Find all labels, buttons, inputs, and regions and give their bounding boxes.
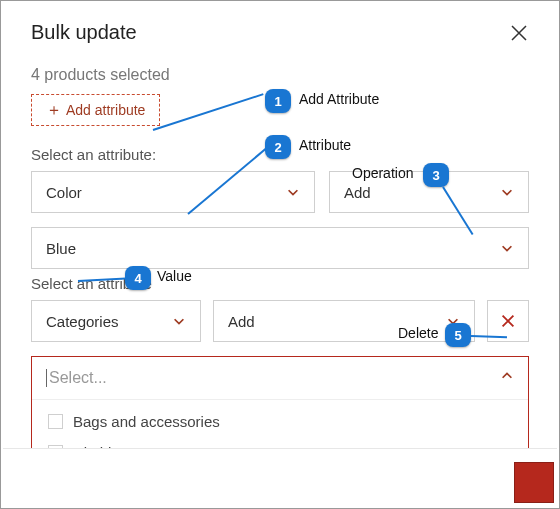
add-attribute-button[interactable]: ＋ Add attribute [31,94,160,126]
attribute-select-2-value: Categories [46,313,119,330]
attribute-section-label-2: Select an attribute [31,275,529,292]
operation-select-2[interactable]: Add [213,300,475,342]
category-multiselect-input[interactable]: Select... [32,357,528,399]
operation-select-2-value: Add [228,313,255,330]
chevron-down-icon [286,185,300,199]
category-multiselect-placeholder: Select... [46,369,107,387]
primary-action-button[interactable] [514,462,554,503]
chevron-down-icon [500,241,514,255]
category-option[interactable]: Bags and accessories [32,406,528,437]
checkbox-icon [48,414,63,429]
chevron-up-icon [500,369,514,387]
chevron-down-icon [500,185,514,199]
attribute-section-label-1: Select an attribute: [31,146,529,163]
selection-count: 4 products selected [31,66,529,84]
chevron-down-icon [172,314,186,328]
chevron-down-icon [446,314,460,328]
add-attribute-label: Add attribute [66,102,145,118]
attribute-select-1[interactable]: Color [31,171,315,213]
delete-attribute-button[interactable] [487,300,529,342]
dialog-title: Bulk update [31,21,137,44]
operation-select-1[interactable]: Add [329,171,529,213]
category-option-label: Bags and accessories [73,413,220,430]
attribute-select-1-value: Color [46,184,82,201]
attribute-select-2[interactable]: Categories [31,300,201,342]
close-icon[interactable] [509,23,529,43]
plus-icon: ＋ [46,102,62,118]
value-select-1[interactable]: Blue [31,227,529,269]
value-select-1-value: Blue [46,240,76,257]
dialog-footer [3,448,557,506]
operation-select-1-value: Add [344,184,371,201]
